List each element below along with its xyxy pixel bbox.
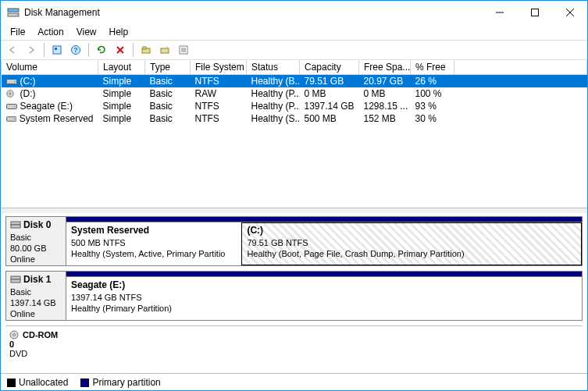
- partition-strip: [66, 216, 583, 222]
- close-button[interactable]: [552, 2, 587, 23]
- col-freespace[interactable]: Free Spa...: [359, 60, 411, 75]
- volume-name: (D:): [20, 88, 36, 99]
- volume-type: Basic: [145, 87, 191, 100]
- volume-layout: Simple: [98, 75, 145, 88]
- action2-button[interactable]: [156, 41, 173, 59]
- svg-point-28: [13, 119, 15, 120]
- volume-pct: 100 %: [411, 87, 454, 100]
- svg-point-22: [14, 81, 16, 83]
- table-row[interactable]: Seagate (E:)SimpleBasicNTFSHealthy (P...…: [2, 100, 587, 112]
- menu-help[interactable]: Help: [103, 25, 135, 39]
- volume-name: System Reserved: [20, 113, 94, 124]
- window-title: Disk Management: [24, 7, 482, 18]
- svg-rect-31: [11, 276, 20, 279]
- disk-label[interactable]: Disk 0Basic80.00 GBOnline: [5, 216, 66, 266]
- col-filesystem[interactable]: File System: [191, 60, 247, 75]
- col-volume[interactable]: Volume: [2, 60, 98, 75]
- cd-icon: [9, 330, 23, 339]
- toolbar-separator: [88, 43, 89, 57]
- volume-status: Healthy (P...: [247, 100, 300, 112]
- delete-button[interactable]: [112, 41, 129, 59]
- svg-point-3: [16, 14, 18, 16]
- disk-label[interactable]: Disk 1Basic1397.14 GBOnline: [5, 271, 66, 321]
- help-button[interactable]: ?: [67, 41, 84, 59]
- partition-strip: [66, 271, 583, 277]
- graphical-view: Disk 0Basic80.00 GBOnlineSystem Reserved…: [1, 208, 587, 373]
- table-row[interactable]: (C:)SimpleBasicNTFSHealthy (B...79.51 GB…: [2, 75, 587, 88]
- partition[interactable]: (C:)79.51 GB NTFSHealthy (Boot, Page Fil…: [241, 222, 582, 265]
- volume-layout: Simple: [98, 87, 145, 100]
- svg-rect-32: [11, 279, 20, 283]
- volume-list-panel: Volume Layout Type File System Status Ca…: [1, 60, 587, 208]
- properties-button[interactable]: [175, 41, 192, 59]
- legend-unallocated: Unallocated: [7, 377, 68, 388]
- volume-layout: Simple: [98, 100, 145, 112]
- partition[interactable]: Seagate (E:)1397.14 GB NTFSHealthy (Prim…: [66, 277, 582, 320]
- menu-view[interactable]: View: [70, 25, 103, 39]
- volume-type: Basic: [145, 75, 191, 88]
- col-pctfree[interactable]: % Free: [411, 60, 454, 75]
- back-button[interactable]: [4, 41, 21, 59]
- volume-table[interactable]: Volume Layout Type File System Status Ca…: [1, 60, 587, 125]
- volume-fs: NTFS: [191, 100, 247, 112]
- col-type[interactable]: Type: [145, 60, 191, 75]
- volume-status: Healthy (P...: [247, 87, 300, 100]
- action1-button[interactable]: [137, 41, 155, 59]
- volume-free: 0 MB: [359, 87, 411, 100]
- legend-primary: Primary partition: [80, 377, 160, 388]
- volume-type: Basic: [145, 100, 191, 112]
- svg-point-24: [9, 93, 10, 94]
- legend: Unallocated Primary partition: [1, 373, 587, 390]
- col-blank[interactable]: [454, 60, 587, 75]
- col-layout[interactable]: Layout: [98, 60, 145, 75]
- table-row[interactable]: (D:)SimpleBasicRAWHealthy (P...0 MB0 MB1…: [2, 87, 587, 100]
- volume-name: Seagate (E:): [20, 101, 73, 112]
- volume-capacity: 79.51 GB: [300, 75, 359, 88]
- svg-point-26: [14, 106, 16, 108]
- volume-fs: NTFS: [191, 75, 247, 88]
- volume-free: 152 MB: [359, 112, 411, 125]
- table-row[interactable]: System ReservedSimpleBasicNTFSHealthy (S…: [2, 112, 587, 125]
- volume-fs: RAW: [191, 87, 247, 100]
- menu-file[interactable]: File: [4, 25, 31, 39]
- cdrom-row[interactable]: CD-ROM 0 DVD: [5, 325, 583, 360]
- cdrom-type: DVD: [9, 349, 27, 358]
- volume-type: Basic: [145, 112, 191, 125]
- toolbar-separator: [44, 43, 45, 57]
- svg-point-2: [16, 9, 18, 11]
- svg-rect-5: [531, 9, 538, 16]
- toolbar-separator: [133, 43, 134, 57]
- svg-rect-30: [11, 225, 20, 228]
- menu-action[interactable]: Action: [31, 25, 69, 39]
- volume-pct: 26 %: [411, 75, 454, 88]
- titlebar[interactable]: Disk Management: [1, 1, 587, 24]
- disk-row: Disk 1Basic1397.14 GBOnlineSeagate (E:)1…: [5, 271, 583, 321]
- volume-free: 20.97 GB: [359, 75, 411, 88]
- toolbar: ?: [1, 40, 587, 60]
- volume-layout: Simple: [98, 112, 145, 125]
- app-icon: [7, 6, 20, 19]
- volume-fs: NTFS: [191, 112, 247, 125]
- disk-row: Disk 0Basic80.00 GBOnlineSystem Reserved…: [5, 216, 583, 266]
- rescan-button[interactable]: [93, 41, 110, 59]
- disk-management-window: Disk Management File Action View Help ?: [0, 0, 588, 391]
- refresh-button[interactable]: [48, 41, 66, 59]
- forward-button[interactable]: [23, 41, 40, 59]
- svg-rect-16: [161, 48, 169, 53]
- svg-point-34: [13, 334, 16, 336]
- cdrom-label: CD-ROM 0 DVD: [5, 329, 66, 360]
- volume-status: Healthy (B...: [247, 75, 300, 88]
- maximize-button[interactable]: [517, 2, 552, 23]
- volume-pct: 93 %: [411, 100, 454, 112]
- volume-capacity: 1397.14 GB: [300, 100, 359, 112]
- volume-capacity: 0 MB: [300, 87, 359, 100]
- col-capacity[interactable]: Capacity: [300, 60, 359, 75]
- volume-name: (C:): [20, 76, 36, 87]
- col-status[interactable]: Status: [247, 60, 300, 75]
- minimize-button[interactable]: [482, 2, 517, 23]
- partition[interactable]: System Reserved500 MB NTFSHealthy (Syste…: [66, 222, 241, 265]
- svg-rect-29: [11, 222, 20, 225]
- svg-rect-15: [143, 47, 146, 49]
- menubar: File Action View Help: [1, 24, 587, 40]
- volume-free: 1298.15 ...: [359, 100, 411, 112]
